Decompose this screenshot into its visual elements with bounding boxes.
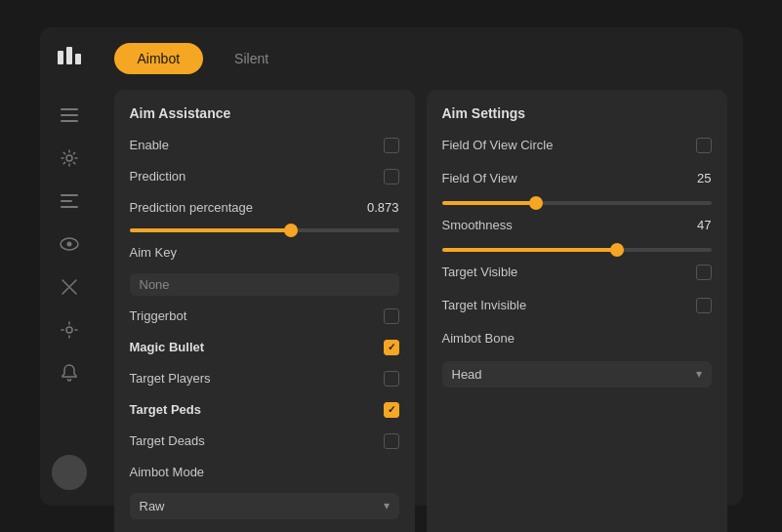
svg-point-6 [66, 155, 72, 161]
user-avatar[interactable] [52, 455, 87, 490]
svg-rect-7 [61, 194, 78, 196]
sidebar-settings2-icon[interactable] [52, 312, 87, 348]
target-deads-row: Target Deads [130, 430, 399, 452]
svg-line-14 [70, 280, 76, 286]
svg-rect-4 [61, 114, 78, 116]
triggerbot-checkbox[interactable] [384, 308, 399, 324]
svg-rect-9 [61, 206, 78, 208]
svg-point-11 [66, 241, 71, 246]
svg-rect-2 [75, 54, 81, 64]
target-peds-row: Target Peds [130, 399, 399, 421]
target-deads-checkbox[interactable] [384, 433, 399, 449]
target-players-checkbox[interactable] [384, 371, 399, 387]
aimbot-bone-label: Aimbot Bone [442, 331, 514, 346]
fov-track [442, 201, 712, 205]
target-visible-label: Target Visible [442, 265, 518, 279]
target-visible-checkbox[interactable] [696, 265, 712, 280]
aimbot-mode-label: Aimbot Mode [130, 465, 205, 479]
fov-circle-checkbox[interactable] [696, 138, 712, 153]
svg-rect-5 [61, 120, 78, 122]
aim-key-display[interactable]: None [130, 273, 399, 296]
pred-pct-row: Prediction percentage 0.873 [130, 197, 399, 219]
triggerbot-row: Triggerbot [130, 306, 399, 327]
right-panel: Aim Settings Field Of View Circle Field … [427, 90, 727, 533]
target-invisible-checkbox[interactable] [696, 298, 712, 313]
magic-bullet-row: Magic Bullet [130, 337, 399, 358]
fov-value: 25 [697, 171, 711, 185]
svg-rect-3 [61, 108, 78, 110]
aimbot-dist-row: Aimbot Distance 300 [130, 529, 399, 533]
pred-pct-slider[interactable] [130, 228, 399, 232]
fov-thumb[interactable] [529, 196, 543, 210]
fov-circle-label: Field Of View Circle [442, 138, 554, 152]
fov-fill [442, 201, 537, 205]
app-container: Aimbot Silent Aim Assistance Enable Pred… [40, 27, 743, 506]
svg-rect-1 [66, 47, 72, 64]
sidebar-tools-icon[interactable] [52, 269, 87, 305]
aimbot-mode-arrow: ▾ [384, 499, 390, 512]
target-peds-label: Target Peds [130, 402, 201, 417]
tab-aimbot[interactable]: Aimbot [114, 43, 204, 74]
fov-label: Field Of View [442, 171, 517, 185]
smoothness-fill [442, 248, 617, 252]
right-panel-title: Aim Settings [442, 105, 712, 121]
left-panel: Aim Assistance Enable Prediction Predict… [114, 90, 415, 533]
smoothness-value: 47 [697, 218, 711, 232]
left-panel-title: Aim Assistance [130, 105, 399, 121]
smoothness-thumb[interactable] [610, 243, 624, 257]
svg-line-13 [62, 288, 68, 294]
sidebar-bell-icon[interactable] [52, 355, 87, 390]
pred-pct-fill [130, 228, 292, 232]
triggerbot-label: Triggerbot [130, 308, 187, 323]
aimbot-bone-value: Head [452, 367, 482, 382]
svg-rect-8 [61, 200, 72, 202]
tab-silent[interactable]: Silent [211, 43, 292, 74]
tab-bar: Aimbot Silent [114, 43, 727, 74]
aimbot-bone-arrow: ▾ [696, 367, 702, 381]
sidebar [40, 27, 99, 506]
target-invisible-row: Target Invisible [442, 295, 712, 316]
prediction-row: Prediction [130, 166, 399, 187]
pred-pct-thumb[interactable] [284, 224, 298, 237]
enable-label: Enable [130, 138, 169, 152]
smoothness-track [442, 248, 712, 252]
svg-point-15 [66, 327, 72, 333]
enable-row: Enable [130, 135, 399, 156]
sidebar-bars-icon[interactable] [52, 98, 87, 133]
aim-key-row: Aim Key [130, 242, 399, 264]
aimbot-bone-dropdown[interactable]: Head ▾ [442, 361, 712, 388]
target-peds-checkbox[interactable] [384, 402, 399, 418]
pred-pct-track [130, 228, 399, 232]
panels-row: Aim Assistance Enable Prediction Predict… [114, 90, 727, 533]
smoothness-label: Smoothness [442, 218, 513, 232]
aimbot-mode-value: Raw [140, 499, 165, 513]
target-invisible-label: Target Invisible [442, 298, 527, 312]
pred-pct-label: Prediction percentage [130, 200, 253, 215]
logo [56, 43, 83, 74]
sidebar-gear-icon[interactable] [52, 141, 87, 176]
aimbot-mode-dropdown[interactable]: Raw ▾ [130, 493, 399, 519]
fov-row: Field Of View 25 [442, 168, 712, 189]
aim-key-label: Aim Key [130, 245, 177, 260]
aimbot-mode-row: Aimbot Mode [130, 462, 399, 483]
svg-rect-0 [58, 51, 63, 64]
target-deads-label: Target Deads [130, 433, 205, 448]
sidebar-menu2-icon[interactable] [52, 184, 87, 219]
prediction-checkbox[interactable] [384, 169, 399, 184]
sidebar-eye-icon[interactable] [52, 226, 87, 262]
smoothness-row: Smoothness 47 [442, 215, 712, 236]
fov-circle-row: Field Of View Circle [442, 135, 712, 156]
enable-checkbox[interactable] [384, 138, 399, 153]
main-area: Aimbot Silent Aim Assistance Enable Pred… [99, 27, 743, 506]
aimbot-bone-row: Aimbot Bone [442, 328, 712, 349]
fov-slider[interactable] [442, 201, 712, 205]
pred-pct-value: 0.873 [367, 200, 399, 215]
prediction-label: Prediction [130, 169, 186, 184]
target-players-label: Target Players [130, 371, 211, 386]
target-players-row: Target Players [130, 368, 399, 389]
target-visible-row: Target Visible [442, 262, 712, 283]
magic-bullet-label: Magic Bullet [130, 340, 205, 354]
smoothness-slider[interactable] [442, 248, 712, 252]
magic-bullet-checkbox[interactable] [384, 340, 399, 355]
